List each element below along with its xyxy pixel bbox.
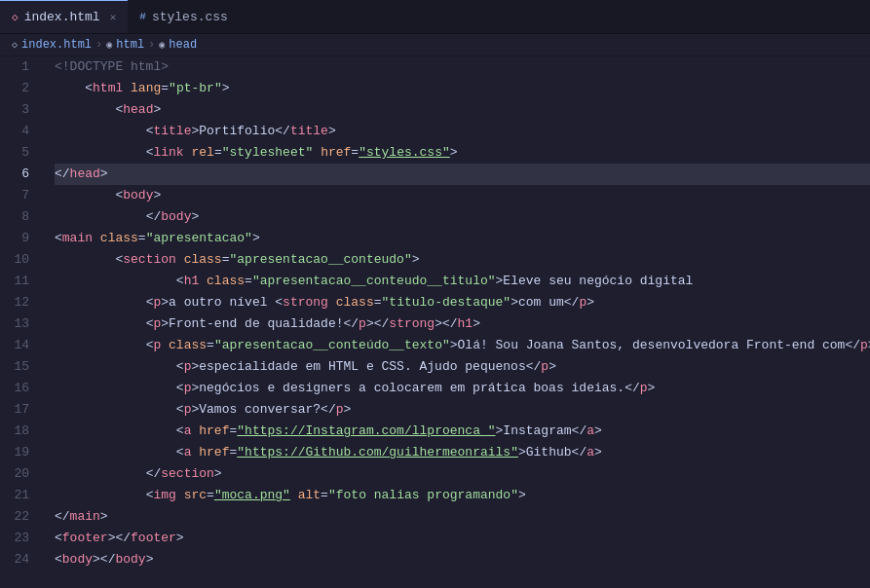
ln-1: 1 — [0, 56, 29, 78]
code-line-12: <p>a outro nível <strong class="titulo-d… — [55, 292, 870, 313]
code-line-9: <main class="apresentacao"> — [55, 228, 870, 249]
code-line-11: <h1 class="apresentacao__conteudo__titul… — [55, 271, 870, 292]
ln-8: 8 — [0, 206, 29, 228]
code-line-19: <a href="https://Github.com/guilhermeonr… — [55, 442, 870, 463]
code-line-24: <body></body> — [55, 549, 870, 570]
breadcrumb-file[interactable]: index.html — [21, 38, 92, 52]
ln-4: 4 — [0, 121, 29, 142]
breadcrumb-sep-2: › — [148, 38, 155, 52]
code-line-10: <section class="apresentacao__conteudo"> — [55, 249, 870, 271]
ln-14: 14 — [0, 335, 29, 356]
code-line-14: <p class="apresentacao__conteúdo__texto"… — [55, 335, 870, 356]
breadcrumb-html[interactable]: html — [116, 38, 144, 52]
tab-close-index[interactable]: ✕ — [110, 11, 117, 23]
code-line-15: <p>especialidade em HTML e CSS. Ajudo pe… — [55, 356, 870, 378]
ln-2: 2 — [0, 78, 29, 99]
ln-9: 9 — [0, 228, 29, 249]
code-line-6: </head> — [55, 164, 870, 185]
ln-16: 16 — [0, 378, 29, 399]
breadcrumb-head[interactable]: head — [169, 38, 197, 52]
html-icon: ◇ — [12, 11, 19, 23]
ln-13: 13 — [0, 313, 29, 335]
code-line-21: <img src="moca.png" alt="foto nalias pro… — [55, 485, 870, 506]
doctype: <!DOCTYPE html> — [55, 59, 169, 74]
ln-7: 7 — [0, 185, 29, 206]
code-line-23: <footer></footer> — [55, 528, 870, 549]
code-line-4: <title>Portifolio</title> — [55, 121, 870, 142]
tab-label-styles: styles.css — [152, 10, 228, 24]
ln-18: 18 — [0, 421, 29, 442]
code-line-5: <link rel="stylesheet" href="styles.css"… — [55, 142, 870, 164]
tab-styles-css[interactable]: # styles.css — [128, 0, 240, 33]
code-line-8: </body> — [55, 206, 870, 228]
ln-21: 21 — [0, 485, 29, 506]
code-line-22: </main> — [55, 506, 870, 528]
code-line-7: <body> — [55, 185, 870, 206]
code-content[interactable]: <!DOCTYPE html> <html lang="pt-br"> <hea… — [39, 56, 870, 584]
ln-5: 5 — [0, 142, 29, 164]
code-line-13: <p>Front-end de qualidade!</p></strong><… — [55, 313, 870, 335]
code-line-1: <!DOCTYPE html> — [55, 56, 870, 78]
ln-6: 6 — [0, 164, 29, 185]
breadcrumb: ◇ index.html › ◉ html › ◉ head — [0, 34, 870, 56]
ln-23: 23 — [0, 528, 29, 549]
ln-10: 10 — [0, 249, 29, 271]
code-line-3: <head> — [55, 99, 870, 121]
ln-22: 22 — [0, 506, 29, 528]
ln-24: 24 — [0, 549, 29, 570]
breadcrumb-icon-html: ◉ — [106, 39, 112, 51]
tab-index-html[interactable]: ◇ index.html ✕ — [0, 0, 128, 33]
ln-3: 3 — [0, 99, 29, 121]
code-line-17: <p>Vamos conversar?</p> — [55, 399, 870, 421]
breadcrumb-icon-head: ◉ — [159, 39, 165, 51]
css-icon: # — [139, 11, 146, 22]
tab-label-index: index.html — [24, 10, 100, 24]
ln-15: 15 — [0, 356, 29, 378]
code-line-16: <p>negócios e designers a colocarem em p… — [55, 378, 870, 399]
ln-19: 19 — [0, 442, 29, 463]
ln-20: 20 — [0, 463, 29, 485]
ln-12: 12 — [0, 292, 29, 313]
code-line-20: </section> — [55, 463, 870, 485]
ln-11: 11 — [0, 271, 29, 292]
breadcrumb-sep-1: › — [95, 38, 102, 52]
line-numbers: 1 2 3 4 5 6 7 8 9 10 11 12 13 14 15 16 1… — [0, 56, 39, 584]
tab-bar: ◇ index.html ✕ # styles.css — [0, 0, 870, 34]
code-line-2: <html lang="pt-br"> — [55, 78, 870, 99]
editor[interactable]: 1 2 3 4 5 6 7 8 9 10 11 12 13 14 15 16 1… — [0, 56, 870, 584]
breadcrumb-icon-file: ◇ — [12, 39, 18, 51]
code-line-18: <a href="https://Instagram.com/llproenca… — [55, 421, 870, 442]
ln-17: 17 — [0, 399, 29, 421]
